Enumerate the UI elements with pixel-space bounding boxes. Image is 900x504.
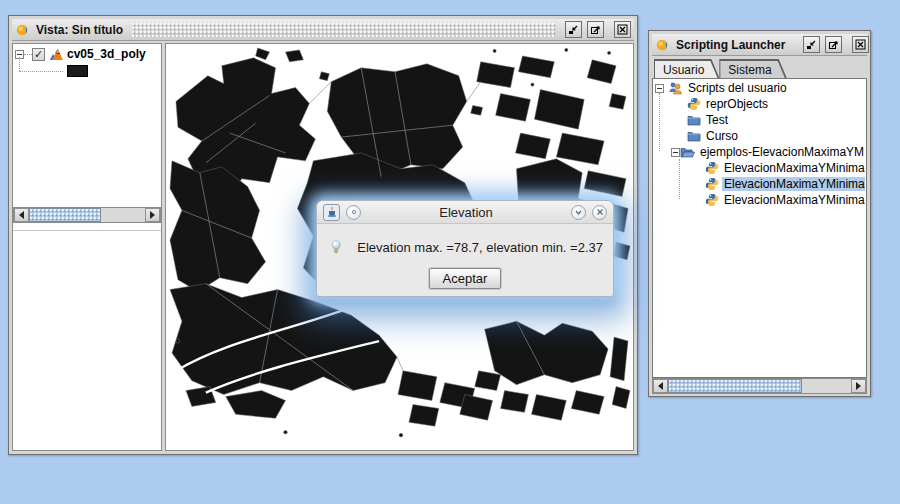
maximize-button[interactable] [825,36,842,53]
dialog-title: Elevation [367,205,565,220]
dialog-titlebar[interactable]: Elevation [317,201,613,224]
scroll-left-button[interactable] [14,208,29,222]
tree-item-label: ElevacionMaximaYMinima- [722,161,865,175]
tree-item-label: ElevacionMaximaYMinima- [722,193,865,207]
scripting-launcher-window: Scripting Launcher Usuario Sistema [648,30,871,397]
dialog-menu-button[interactable] [346,205,361,220]
scrollbar-thumb[interactable] [668,379,802,393]
tree-connector [24,54,32,55]
tree-item-selected[interactable]: ElevacionMaximaYMinima [653,176,865,192]
dialog-shade-button[interactable] [571,205,586,220]
titlebar-texture [132,23,556,37]
gvsig-logo-icon [15,22,31,38]
tree-root-label: Scripts del usuario [686,81,789,95]
chevron-down-icon [574,208,583,217]
scroll-right-button[interactable] [145,208,160,222]
tree-item-label: reprObjects [704,97,770,111]
tree-item-expandable[interactable]: ejemplos-ElevacionMaximaYM [653,144,865,160]
vista-title: Vista: Sin título [36,23,123,37]
tree-item[interactable]: Test [653,112,865,128]
tree-connector [19,71,63,72]
dialog-message: Elevation max. =78.7, elevation min. =2.… [357,240,603,255]
lightbulb-icon [331,231,341,263]
folder-open-icon [680,146,695,158]
tree-item[interactable]: ElevacionMaximaYMinima- [653,160,865,176]
scripting-titlebar[interactable]: Scripting Launcher [652,34,867,56]
vista-titlebar[interactable]: Vista: Sin título [12,19,634,41]
scripting-horizontal-scrollbar [652,378,867,394]
collapse-icon[interactable] [655,84,664,93]
close-button[interactable] [614,21,631,38]
maximize-icon [828,39,839,50]
tree-item-root[interactable]: Scripts del usuario [653,80,865,96]
maximize-icon [590,24,601,35]
folder-icon [687,114,701,126]
scroll-left-button[interactable] [653,379,668,393]
tree-item[interactable]: ElevacionMaximaYMinima- [653,192,865,208]
tree-item[interactable]: Curso [653,128,865,144]
tab-sistema[interactable]: Sistema [719,59,786,78]
python-icon [705,161,719,175]
dialog-close-button[interactable] [592,205,607,220]
close-button[interactable] [852,36,869,53]
dot-icon [351,209,357,215]
layer-tree-panel: ✓ cv05_3d_poly [12,43,162,451]
python-icon [687,97,701,111]
toc-horizontal-scrollbar [13,207,161,223]
scripting-title: Scripting Launcher [676,38,785,52]
tree-item-label: ejemplos-ElevacionMaximaYM [698,145,865,159]
tab-bar: Usuario Sistema [652,58,867,78]
collapse-icon[interactable] [671,148,680,157]
python-icon [705,193,719,207]
minimize-button[interactable] [565,21,582,38]
panel-divider [13,230,161,231]
maximize-button[interactable] [587,21,604,38]
python-icon [705,177,719,191]
legend-swatch[interactable] [67,65,88,77]
elevation-dialog: Elevation Elevation max. =78.7, elev [316,200,614,297]
scrollbar-track[interactable] [802,379,851,393]
accept-button[interactable]: Aceptar [429,268,502,289]
minimize-icon [806,39,817,50]
tree-item-label-selected: ElevacionMaximaYMinima [722,177,865,191]
java-app-button[interactable] [323,204,340,221]
minimize-button[interactable] [803,36,820,53]
layer-row[interactable]: ✓ cv05_3d_poly [15,46,146,62]
layer-name[interactable]: cv05_3d_poly [67,47,146,61]
close-icon [617,24,628,35]
java-cup-icon [326,206,338,218]
minimize-icon [568,24,579,35]
layer-checkbox[interactable]: ✓ [32,48,45,61]
close-icon [596,208,604,216]
gvsig-logo-icon [655,37,671,53]
tree-item-label: Curso [704,129,740,143]
scripts-tree-panel: Scripts del usuario reprObjects Test [652,78,867,378]
tree-item-label: Test [704,113,730,127]
users-icon [668,81,683,95]
tree-item[interactable]: reprObjects [653,96,865,112]
folder-icon [687,130,701,142]
close-icon [855,39,866,50]
scrollbar-thumb[interactable] [29,208,101,222]
tree-connector [19,57,20,71]
tab-usuario[interactable]: Usuario [654,59,719,78]
scrollbar-track[interactable] [101,208,145,222]
layer-icon [48,47,64,62]
scroll-right-button[interactable] [851,379,866,393]
